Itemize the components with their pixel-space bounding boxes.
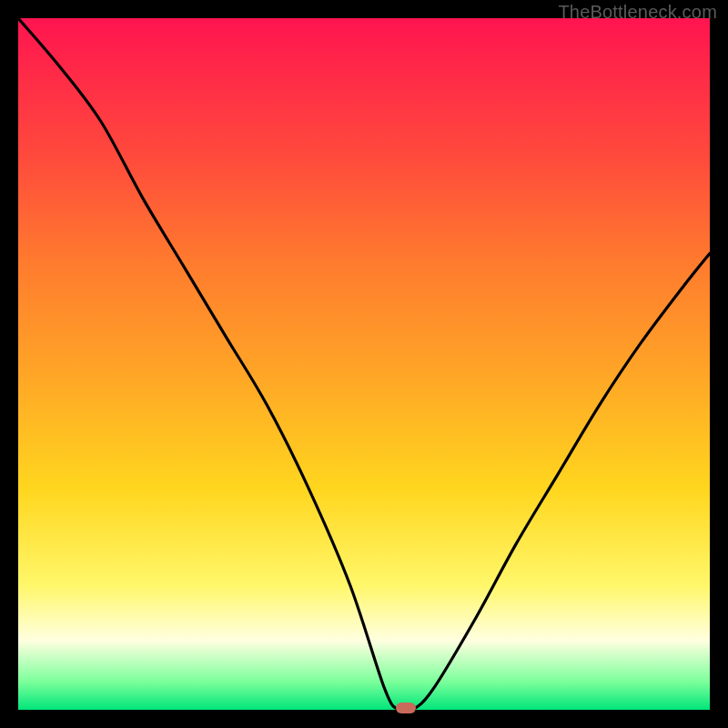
minimum-marker bbox=[396, 703, 416, 713]
bottleneck-curve bbox=[18, 18, 710, 710]
plot-area bbox=[18, 18, 710, 710]
chart-frame: TheBottleneck.com bbox=[0, 0, 728, 728]
